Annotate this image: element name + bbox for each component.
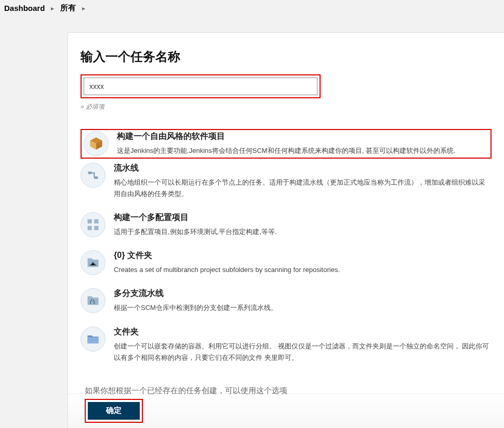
copy-from-hint: 如果你想根据一个已经存在的任务创建，可以使用这个选项: [81, 386, 504, 396]
org-folder-icon: [81, 250, 105, 275]
type-freestyle[interactable]: 构建一个自由风格的软件项目 这是Jenkins的主要功能.Jenkins将会结合…: [81, 129, 492, 159]
type-desc: 根据一个SCM仓库中检测到的分支创建一系列流水线。: [114, 302, 492, 314]
ok-button[interactable]: 确定: [88, 402, 140, 420]
type-orgfolder[interactable]: {0} 文件夹 Creates a set of multibranch pro…: [81, 246, 492, 284]
pipeline-icon: [81, 163, 105, 188]
type-desc: 这是Jenkins的主要功能.Jenkins将会结合任何SCM和任何构建系统来构…: [117, 145, 488, 157]
type-desc: 创建一个可以嵌套存储的容器。利用它可以进行分组。 视图仅仅是一个过滤器，而文件夹…: [114, 341, 492, 364]
matrix-icon: [81, 212, 105, 237]
box-icon: [84, 131, 109, 156]
chevron-right-icon: ▸: [82, 5, 85, 12]
breadcrumb: Dashboard ▸ 所有 ▸: [0, 0, 504, 16]
type-title: 多分支流水线: [114, 288, 492, 299]
type-multibranch[interactable]: 多分支流水线 根据一个SCM仓库中检测到的分支创建一系列流水线。: [81, 284, 492, 322]
type-multiconfig[interactable]: 构建一个多配置项目 适用于多配置项目,例如多环境测试,平台指定构建,等等.: [81, 208, 492, 246]
required-hint: » 必填项: [81, 102, 492, 111]
item-name-input[interactable]: [84, 77, 317, 95]
type-pipeline[interactable]: 流水线 精心地组织一个可以长期运行在多个节点上的任务。适用于构建流水线（更加正式…: [81, 159, 492, 208]
type-desc: Creates a set of multibranch project sub…: [114, 264, 492, 276]
svg-rect-1: [94, 219, 98, 224]
type-folder[interactable]: 文件夹 创建一个可以嵌套存储的容器。利用它可以进行分组。 视图仅仅是一个过滤器，…: [81, 322, 492, 372]
type-title: 文件夹: [114, 327, 492, 338]
breadcrumb-all[interactable]: 所有: [60, 3, 76, 13]
chevron-right-icon: ▸: [51, 5, 54, 12]
type-desc: 适用于多配置项目,例如多环境测试,平台指定构建,等等.: [114, 226, 492, 238]
page-title: 输入一个任务名称: [81, 48, 492, 65]
svg-rect-0: [88, 219, 92, 224]
item-type-list: 构建一个自由风格的软件项目 这是Jenkins的主要功能.Jenkins将会结合…: [81, 129, 492, 372]
type-title: {0} 文件夹: [114, 250, 492, 261]
new-item-panel: 输入一个任务名称 » 必填项 构建一个自由风格的软件项目 这是Jenkins的主…: [68, 32, 504, 428]
svg-rect-2: [88, 226, 92, 230]
type-title: 构建一个自由风格的软件项目: [117, 131, 488, 142]
type-title: 流水线: [114, 163, 492, 174]
branch-icon: [81, 288, 105, 313]
folder-icon: [81, 327, 105, 352]
type-desc: 精心地组织一个可以长期运行在多个节点上的任务。适用于构建流水线（更加正式地应当称…: [114, 177, 492, 200]
type-title: 构建一个多配置项目: [114, 212, 492, 223]
breadcrumb-dashboard[interactable]: Dashboard: [4, 4, 45, 12]
svg-rect-3: [94, 226, 98, 230]
